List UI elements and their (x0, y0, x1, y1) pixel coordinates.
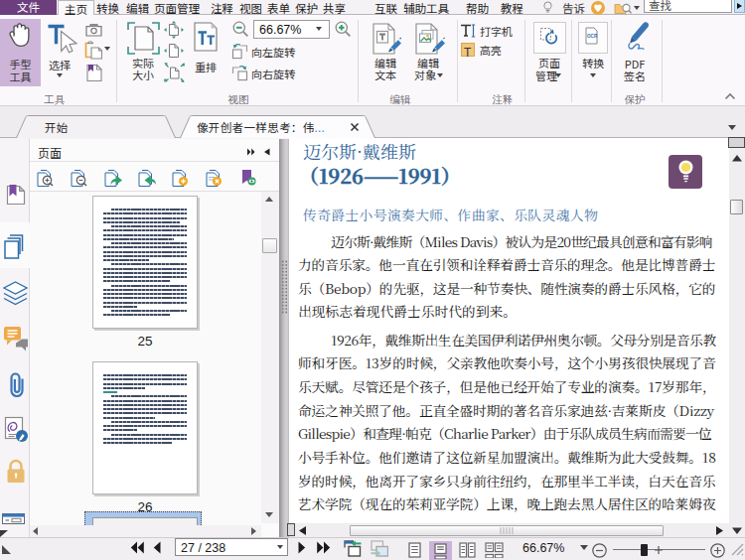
svg-text:OCR: OCR (587, 34, 598, 39)
